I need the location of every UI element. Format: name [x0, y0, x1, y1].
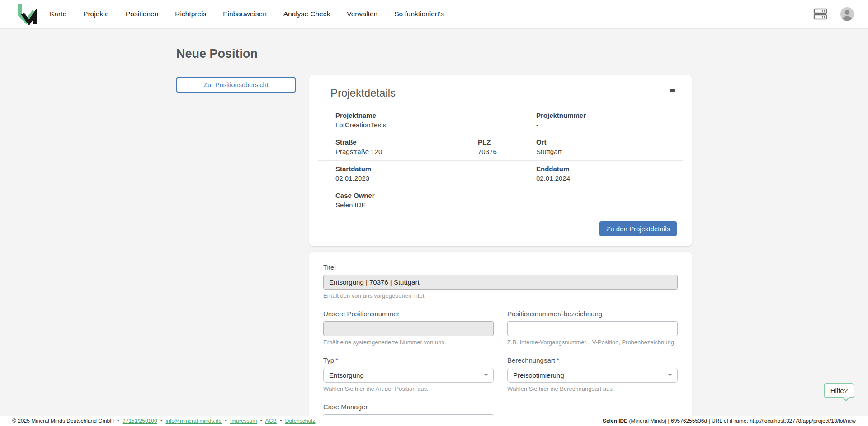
nav-item-karte[interactable]: Karte: [50, 10, 66, 18]
field-startdatum: Startdatum 02.01.2023: [318, 164, 478, 183]
separator-dot: •: [225, 418, 226, 424]
table-row: Case Owner Selen IDE: [318, 187, 683, 214]
form-row-unsere-positionsnummer: Unsere Positionsnummer Erhält eine syste…: [323, 310, 494, 346]
new-position-form-card: Titel Erhält den von uns vorgegebenen Ti…: [309, 252, 692, 426]
unsere-positionsnummer-label: Unsere Positionsnummer: [323, 310, 494, 318]
user-avatar-icon: [840, 7, 854, 21]
help-button-label: Hilfe?: [830, 387, 848, 394]
footer-left: © 2025 Mineral Minds Deutschland GmbH • …: [12, 418, 315, 424]
field-enddatum: Enddatum 02.01.2024: [536, 164, 683, 183]
required-asterisk: *: [557, 356, 559, 364]
field-ort: Ort Stuttgart: [536, 137, 683, 156]
phone-link[interactable]: 07151/250100: [123, 418, 157, 424]
server-icon: [813, 8, 827, 20]
help-bubble-tail: [843, 394, 850, 402]
nav-item-richtpreis[interactable]: Richtpreis: [175, 10, 206, 18]
field-label: Startdatum: [335, 164, 478, 173]
session-user: Selen IDE: [603, 418, 627, 424]
field-value: Stuttgart: [536, 147, 683, 156]
field-strasse: Straße Pragstraße 120: [318, 137, 478, 156]
datenschutz-link[interactable]: Datenschutz: [285, 418, 316, 424]
titel-help-text: Erhält den von uns vorgegebenen Titel.: [323, 292, 678, 299]
berechnungsart-select[interactable]: Preisoptimierung: [507, 368, 678, 383]
field-label: Enddatum: [536, 164, 683, 173]
server-button[interactable]: [813, 8, 827, 20]
footer-session-info: Selen IDE (Mineral Minds) | 69576255536d…: [603, 418, 856, 424]
berechnungsart-selected-value: Preisoptimierung: [513, 371, 564, 379]
titel-input: [323, 275, 678, 290]
field-value: 70376: [478, 147, 536, 156]
separator-dot: •: [260, 418, 262, 424]
project-details-card: Projektdetails Projektname LotCreationTe…: [309, 75, 692, 246]
field-label: Straße: [335, 137, 478, 147]
positionsnummer-help-text: Z.B. Interne-Vorgangsnummer, LV-Position…: [507, 339, 678, 346]
unsere-positionsnummer-input: [323, 321, 494, 336]
berechnungsart-label: Berechnungsart*: [507, 356, 678, 364]
field-label: Ort: [536, 137, 683, 147]
project-details-table: Projektname LotCreationTests Projektnumm…: [318, 108, 683, 214]
field-value: 02.01.2023: [335, 173, 478, 183]
titel-label: Titel: [323, 263, 678, 271]
logo-icon: [16, 3, 37, 25]
typ-selected-value: Entsorgung: [329, 371, 364, 379]
field-value: LotCreationTests: [335, 120, 478, 130]
collapse-card-button[interactable]: [669, 87, 676, 94]
mineral-minds-logo[interactable]: [16, 3, 37, 25]
help-button[interactable]: Hilfe?: [824, 383, 854, 398]
separator-dot: •: [117, 418, 119, 424]
main-navigation: Karte Projekte Positionen Richtpreis Ein…: [50, 10, 461, 18]
field-value: 02.01.2024: [536, 173, 683, 183]
nav-item-analyse-check[interactable]: Analyse Check: [283, 10, 330, 18]
left-column: Zur Positionsübersicht: [176, 75, 296, 93]
table-row: Startdatum 02.01.2023 Enddatum 02.01.202…: [318, 160, 683, 187]
chevron-down-icon: [668, 374, 672, 376]
minus-icon: [670, 89, 675, 92]
separator-dot: •: [280, 418, 282, 424]
field-plz: PLZ 70376: [478, 137, 536, 156]
table-row: Projektname LotCreationTests Projektnumm…: [318, 108, 683, 134]
nav-item-projekte[interactable]: Projekte: [83, 10, 109, 18]
page-title: Neue Position: [176, 47, 692, 61]
field-label: Projektnummer: [536, 111, 683, 120]
nav-item-positionen[interactable]: Positionen: [126, 10, 158, 18]
field-projektnummer: Projektnummer -: [536, 111, 683, 130]
field-value: -: [536, 120, 683, 130]
typ-help-text: Wählen Sie hier die Art der Position aus…: [323, 385, 494, 392]
separator-dot: •: [160, 418, 162, 424]
impressum-link[interactable]: Impressum: [230, 418, 257, 424]
top-navbar: Karte Projekte Positionen Richtpreis Ein…: [0, 0, 868, 28]
positionsnummer-label: Positionsnummer/-bezeichnung: [507, 310, 678, 318]
field-label: Case Owner: [335, 191, 478, 200]
nav-item-einbauweisen[interactable]: Einbauweisen: [223, 10, 267, 18]
user-menu-button[interactable]: [840, 7, 854, 21]
form-row-positionsnummer: Positionsnummer/-bezeichnung Z.B. Intern…: [507, 310, 678, 346]
agb-link[interactable]: AGB: [265, 418, 277, 424]
navbar-right-actions: [813, 7, 854, 21]
typ-label-text: Typ: [323, 356, 334, 364]
typ-label: Typ*: [323, 356, 494, 364]
unsere-positionsnummer-help-text: Erhält eine systemgenerierte Nummer von …: [323, 339, 494, 346]
form-row-berechnungsart: Berechnungsart* Preisoptimierung Wählen …: [507, 356, 678, 392]
copyright-text: © 2025 Mineral Minds Deutschland GmbH: [12, 418, 114, 424]
berechnungsart-label-text: Berechnungsart: [507, 356, 555, 364]
form-row-typ: Typ* Entsorgung Wählen Sie hier die Art …: [323, 356, 494, 392]
field-case-owner: Case Owner Selen IDE: [318, 191, 478, 210]
page-footer: © 2025 Mineral Minds Deutschland GmbH • …: [0, 416, 868, 426]
positionsnummer-input[interactable]: [507, 321, 678, 336]
chevron-down-icon: [484, 374, 488, 376]
field-value: Pragstraße 120: [335, 147, 478, 156]
nav-item-verwalten[interactable]: Verwalten: [347, 10, 377, 18]
field-label: Projektname: [335, 111, 478, 120]
nav-item-so-funktionierts[interactable]: So funktioniert's: [394, 10, 444, 18]
typ-select[interactable]: Entsorgung: [323, 368, 494, 383]
case-manager-label: Case Manager: [323, 403, 494, 411]
project-card-title: Projektdetails: [330, 87, 396, 99]
field-projektname: Projektname LotCreationTests: [318, 111, 478, 130]
position-overview-button[interactable]: Zur Positionsübersicht: [176, 77, 296, 93]
go-to-project-details-button[interactable]: Zu den Projektdetails: [599, 221, 677, 236]
field-value: Selen IDE: [335, 200, 478, 210]
email-link[interactable]: info@mineral-minds.de: [165, 418, 222, 424]
cards-column: Projektdetails Projektname LotCreationTe…: [309, 75, 692, 426]
title-divider: [176, 66, 692, 66]
form-row-titel: Titel Erhält den von uns vorgegebenen Ti…: [323, 263, 678, 299]
